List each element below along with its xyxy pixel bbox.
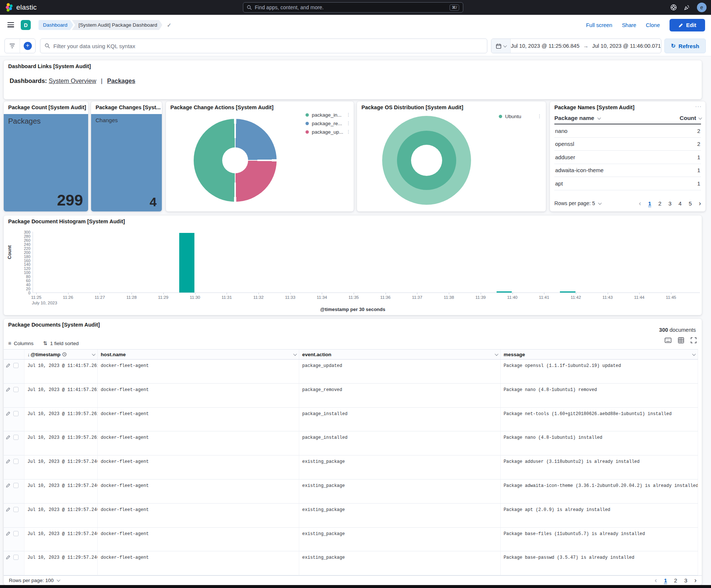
sort-fields-button[interactable]: ⇅1 field sorted [43,340,79,346]
global-search[interactable]: ⌘/ [243,2,463,13]
expand-row-icon[interactable] [6,531,10,536]
previous-page-icon[interactable]: ‹ [639,200,641,207]
columns-selector-button[interactable]: ≡Columns [8,340,33,346]
rows-per-page-control[interactable]: Rows per page: 5 [554,200,601,206]
legend-item[interactable]: package_in...⋮ [306,112,351,118]
expand-row-icon[interactable] [6,363,10,368]
changes-metric-tile[interactable]: Changes 4 [91,114,162,211]
column-header-package-name[interactable]: Package name [554,115,680,121]
page-number-2[interactable]: 2 [674,577,677,584]
table-row[interactable]: Jul 10, 2023 @ 11:41:57.261docker-fleet-… [4,360,698,384]
panel-options-icon[interactable]: ··· [695,103,702,109]
breadcrumb-current-dashboard[interactable]: [System Audit] Package Dashboard [72,20,162,30]
expand-row-icon[interactable] [6,555,10,559]
package-name-row[interactable]: adwaita-icon-theme1 [554,164,701,177]
expand-row-icon[interactable] [6,459,10,464]
package-name-row[interactable]: adduser1 [554,151,701,164]
row-checkbox[interactable] [13,507,19,512]
kql-query-input[interactable] [53,43,483,49]
legend-menu-icon[interactable]: ⋮ [344,121,351,126]
page-number-2[interactable]: 2 [658,200,661,207]
date-range-start[interactable]: Jul 10, 2023 @ 11:25:06.845 [511,43,579,49]
share-link[interactable]: Share [622,22,636,28]
legend-label[interactable]: package_in... [312,112,344,118]
page-number-5[interactable]: 5 [689,200,692,207]
legend-label[interactable]: package_up... [312,129,344,135]
kql-search-box[interactable] [40,39,487,53]
table-row[interactable]: Jul 10, 2023 @ 11:29:57.246docker-fleet-… [4,480,698,504]
table-row[interactable]: Jul 10, 2023 @ 11:41:57.261docker-fleet-… [4,384,698,408]
column-header-count[interactable]: Count [680,115,701,121]
fullscreen-icon[interactable] [691,337,697,343]
system-overview-link[interactable]: System Overview [49,77,96,84]
newsfeed-icon[interactable] [684,4,690,11]
expand-row-icon[interactable] [6,387,10,392]
filter-funnel-icon[interactable] [5,39,20,53]
legend-item[interactable]: Ubuntu⋮ [499,113,542,119]
display-options-icon[interactable] [678,337,684,343]
expand-row-icon[interactable] [6,435,10,440]
page-number-3[interactable]: 3 [668,200,671,207]
table-row[interactable]: Jul 10, 2023 @ 11:29:57.246docker-fleet-… [4,528,698,552]
user-avatar[interactable]: e [697,3,707,12]
packages-link[interactable]: Packages [107,77,135,84]
menu-icon[interactable] [7,22,14,27]
legend-label[interactable]: package_re... [312,121,344,126]
histogram-bar[interactable] [179,233,195,293]
clone-link[interactable]: Clone [646,22,660,28]
table-row[interactable]: Jul 10, 2023 @ 11:29:57.246docker-fleet-… [4,551,698,575]
row-checkbox[interactable] [13,555,19,560]
package-name-row[interactable]: apt1 [554,177,701,190]
previous-page-icon[interactable]: ‹ [655,577,657,584]
breadcrumb-dashboard[interactable]: Dashboard [39,20,73,30]
table-row[interactable]: Jul 10, 2023 @ 11:29:57.246docker-fleet-… [4,504,698,528]
date-range-end[interactable]: Jul 10, 2023 @ 11:46:00.071 [592,43,661,49]
help-icon[interactable] [670,4,677,11]
global-search-input[interactable] [255,4,447,10]
package-name-row[interactable]: openssl2 [554,138,701,151]
dashboard-app-badge[interactable]: D [21,20,31,30]
elastic-logo[interactable]: elastic [5,0,37,15]
row-checkbox[interactable] [13,459,19,464]
column-header-message[interactable]: message [501,350,698,359]
row-checkbox[interactable] [13,435,19,440]
page-number-4[interactable]: 4 [678,200,681,207]
host-name-cell: docker-fleet-agent [98,528,299,551]
column-header-event-action[interactable]: event.action [299,350,501,359]
legend-label[interactable]: Ubuntu [505,114,535,119]
refresh-button[interactable]: ↻ Refresh [664,39,706,53]
legend-menu-icon[interactable]: ⋮ [344,129,351,134]
row-checkbox[interactable] [13,387,19,392]
histogram-bar[interactable] [560,291,575,293]
page-number-1[interactable]: 1 [664,577,667,584]
row-checkbox[interactable] [13,483,19,488]
legend-item[interactable]: package_up...⋮ [306,129,351,135]
column-header-host-name[interactable]: host.name [98,350,299,359]
keyboard-shortcuts-icon[interactable] [665,338,671,343]
table-row[interactable]: Jul 10, 2023 @ 11:39:57.261docker-fleet-… [4,408,698,432]
table-row[interactable]: Jul 10, 2023 @ 11:39:57.261docker-fleet-… [4,431,698,455]
column-header-timestamp[interactable]: ↓ @timestamp [24,350,98,359]
row-checkbox[interactable] [13,363,19,368]
expand-row-icon[interactable] [6,411,10,416]
legend-menu-icon[interactable]: ⋮ [535,114,542,119]
histogram-bar[interactable] [497,291,512,293]
legend-item[interactable]: package_re...⋮ [306,120,351,126]
table-row[interactable]: Jul 10, 2023 @ 11:29:57.246docker-fleet-… [4,455,698,480]
page-number-3[interactable]: 3 [684,577,687,584]
next-page-icon[interactable]: › [694,577,697,584]
next-page-icon[interactable]: › [699,200,701,207]
add-filter-button[interactable]: + [20,42,35,50]
package-name-row[interactable]: nano2 [554,124,701,138]
expand-row-icon[interactable] [6,507,10,512]
rows-per-page-control[interactable]: Rows per page: 100 [9,578,59,583]
edit-button[interactable]: Edit [670,19,705,31]
full-screen-link[interactable]: Full screen [586,22,612,28]
date-quick-select-button[interactable] [491,39,511,53]
row-checkbox[interactable] [13,531,19,536]
page-number-1[interactable]: 1 [648,200,651,207]
row-checkbox[interactable] [13,411,19,416]
legend-menu-icon[interactable]: ⋮ [344,112,351,117]
expand-row-icon[interactable] [6,483,10,488]
packages-metric-tile[interactable]: Packages 299 [4,114,88,211]
